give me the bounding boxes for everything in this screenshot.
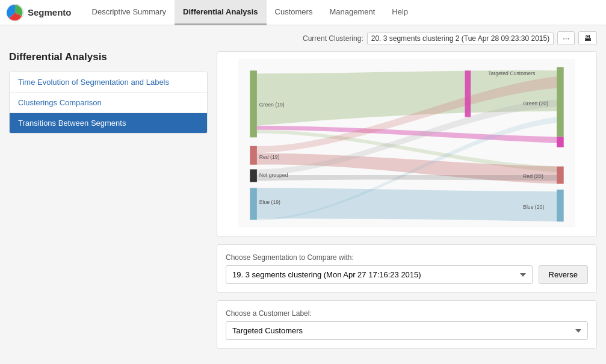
svg-text:Not grouped: Not grouped (259, 172, 288, 178)
sidebar-item-clusterings-comparison[interactable]: Clusterings Comparison (10, 93, 207, 113)
svg-rect-3 (250, 146, 257, 165)
svg-text:Red (19): Red (19) (259, 154, 280, 160)
svg-rect-4 (250, 169, 257, 182)
logo[interactable]: Segmento (6, 4, 72, 22)
right-panel: Green (19) Red (19) Not grouped Blue (19… (217, 51, 597, 349)
svg-rect-6 (557, 67, 564, 137)
nav-item-descriptive-summary[interactable]: Descriptive Summary (84, 0, 175, 25)
reverse-button[interactable]: Reverse (539, 265, 588, 284)
customer-label-label: Choose a Customer Label: (226, 309, 588, 318)
svg-rect-9 (557, 190, 564, 221)
compare-select[interactable]: 19. 3 segments clustering (Mon Apr 27 17… (226, 265, 533, 284)
svg-text:Green (19): Green (19) (259, 102, 285, 108)
svg-text:Targeted Customers: Targeted Customers (488, 70, 536, 76)
svg-rect-18 (465, 70, 471, 117)
navbar: Segmento Descriptive SummaryDifferential… (0, 0, 606, 25)
svg-rect-8 (557, 167, 564, 184)
sidebar-item-time-evolution[interactable]: Time Evolution of Segmentation and Label… (10, 72, 207, 93)
dots-button[interactable]: ··· (557, 31, 575, 45)
svg-rect-5 (250, 188, 257, 220)
logo-icon (6, 4, 24, 22)
toolbar-row: Current Clustering: 20. 3 segments clust… (9, 31, 597, 45)
sidebar-item-transitions[interactable]: Transitions Between Segments (10, 113, 207, 133)
sankey-card: Green (19) Red (19) Not grouped Blue (19… (217, 51, 597, 237)
svg-rect-2 (250, 70, 257, 137)
svg-text:Green (20): Green (20) (523, 100, 548, 106)
compare-card: Choose Segmentation to Compare with: 19.… (217, 244, 597, 293)
svg-text:Blue (20): Blue (20) (523, 204, 544, 210)
content: Current Clustering: 20. 3 segments clust… (0, 25, 606, 355)
svg-text:Red (20): Red (20) (523, 173, 543, 179)
nav-item-help[interactable]: Help (383, 0, 416, 25)
svg-rect-7 (557, 137, 564, 147)
current-clustering-label: Current Clustering: (303, 34, 363, 43)
current-clustering-value: 20. 3 segments clustering 2 (Tue Apr 28 … (367, 32, 554, 45)
nav-items: Descriptive SummaryDifferential Analysis… (84, 0, 417, 25)
print-button[interactable]: 🖶 (578, 31, 597, 45)
main-layout: Differential Analysis Time Evolution of … (9, 51, 597, 349)
logo-text: Segmento (28, 7, 72, 17)
compare-row: 19. 3 segments clustering (Mon Apr 27 17… (226, 265, 588, 284)
customer-label-select[interactable]: Targeted Customers (226, 321, 588, 340)
nav-item-management[interactable]: Management (321, 0, 383, 25)
nav-item-differential-analysis[interactable]: Differential Analysis (175, 0, 267, 25)
sidebar-title: Differential Analysis (9, 51, 208, 63)
sidebar: Differential Analysis Time Evolution of … (9, 51, 208, 349)
sidebar-menu: Time Evolution of Segmentation and Label… (9, 72, 208, 134)
nav-item-customers[interactable]: Customers (267, 0, 321, 25)
label-card: Choose a Customer Label: Targeted Custom… (217, 300, 597, 349)
svg-text:Blue (19): Blue (19) (259, 199, 280, 205)
compare-label: Choose Segmentation to Compare with: (226, 253, 588, 262)
sankey-diagram: Green (19) Red (19) Not grouped Blue (19… (224, 59, 589, 227)
